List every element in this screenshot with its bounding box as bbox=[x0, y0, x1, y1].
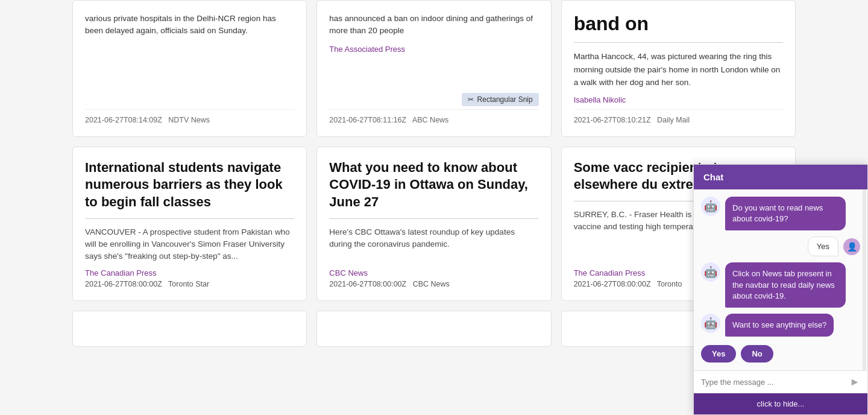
chat-header-label: Chat bbox=[703, 172, 723, 182]
middle-card-1-title: International students navigate numerous… bbox=[85, 159, 294, 219]
chat-message-bot-3: 🤖 Want to see anything else? bbox=[701, 314, 860, 337]
top-card-2-outlet: ABC News bbox=[412, 116, 448, 124]
middle-card-2-source[interactable]: CBC News bbox=[329, 268, 538, 277]
middle-card-1-excerpt: VANCOUVER - A prospective student from P… bbox=[85, 226, 294, 263]
top-card-2-excerpt: has announced a ban on indoor dining and… bbox=[329, 13, 538, 37]
top-card-3-source[interactable]: Isabella Nikolic bbox=[574, 95, 783, 104]
bot-avatar-3: 🤖 bbox=[701, 314, 720, 333]
chat-widget: Chat 🤖 Do you want to read news about co… bbox=[693, 164, 868, 347]
middle-card-1-outlet: Toronto Star bbox=[168, 280, 209, 288]
bottom-card-1 bbox=[72, 311, 307, 347]
top-card-1-outlet: NDTV News bbox=[168, 116, 210, 124]
middle-card-2-outlet: CBC News bbox=[413, 280, 450, 288]
middle-card-3-date: 2021-06-27T08:00:00Z bbox=[574, 280, 651, 288]
middle-card-1-source[interactable]: The Canadian Press bbox=[85, 268, 294, 277]
top-card-3: band on Martha Hancock, 44, was pictured… bbox=[561, 0, 796, 137]
top-card-2-source-link[interactable]: The Associated Press bbox=[329, 45, 538, 54]
top-card-2: has announced a ban on indoor dining and… bbox=[316, 0, 551, 137]
top-card-2-meta: 2021-06-27T08:11:16Z ABC News bbox=[329, 109, 538, 124]
chat-message-bot-1: 🤖 Do you want to read news about covid-1… bbox=[701, 197, 860, 230]
middle-card-2-title: What you need to know about COVID-19 in … bbox=[329, 159, 538, 219]
chat-scrollbar[interactable] bbox=[863, 189, 866, 347]
middle-card-1-meta: 2021-06-27T08:00:00Z Toronto Star bbox=[85, 280, 294, 288]
chat-action-buttons: Yes No bbox=[701, 345, 860, 347]
bot-bubble-1: Do you want to read news about covid-19? bbox=[725, 197, 846, 230]
bottom-card-2 bbox=[316, 311, 551, 347]
middle-card-1: International students navigate numerous… bbox=[72, 147, 307, 302]
bot-bubble-2: Click on News tab present in the navbar … bbox=[725, 262, 846, 308]
chat-header: Chat bbox=[694, 165, 867, 189]
top-card-2-date: 2021-06-27T08:11:16Z bbox=[329, 116, 406, 124]
top-card-3-meta: 2021-06-27T08:10:21Z Daily Mail bbox=[574, 109, 783, 124]
chat-message-bot-2: 🤖 Click on News tab present in the navba… bbox=[701, 262, 860, 308]
middle-card-3-outlet: Toronto bbox=[657, 280, 682, 288]
top-card-1-date: 2021-06-27T08:14:09Z bbox=[85, 116, 162, 124]
chat-yes-button[interactable]: Yes bbox=[701, 345, 736, 347]
top-card-3-body: Martha Hancock, 44, was pictured wearing… bbox=[574, 50, 783, 89]
top-card-3-outlet: Daily Mail bbox=[657, 116, 690, 124]
top-card-3-title-partial: band on bbox=[574, 13, 783, 43]
top-card-3-date: 2021-06-27T08:10:21Z bbox=[574, 116, 651, 124]
chat-body: 🤖 Do you want to read news about covid-1… bbox=[694, 189, 867, 347]
user-bubble-1: Yes bbox=[808, 236, 838, 256]
middle-card-2: What you need to know about COVID-19 in … bbox=[316, 147, 551, 302]
bot-bubble-3: Want to see anything else? bbox=[725, 314, 834, 337]
bot-avatar-1: 🤖 bbox=[701, 197, 720, 216]
top-card-1-excerpt: various private hospitals in the Delhi-N… bbox=[85, 13, 294, 37]
middle-card-2-date: 2021-06-27T08:00:00Z bbox=[329, 280, 406, 288]
top-card-1: various private hospitals in the Delhi-N… bbox=[72, 0, 307, 137]
top-card-1-meta: 2021-06-27T08:14:09Z NDTV News bbox=[85, 109, 294, 124]
bot-avatar-2: 🤖 bbox=[701, 262, 720, 282]
middle-card-2-excerpt: Here's CBC Ottawa's latest roundup of ke… bbox=[329, 226, 538, 263]
middle-card-2-meta: 2021-06-27T08:00:00Z CBC News bbox=[329, 280, 538, 288]
chat-message-user-1: Yes 👤 bbox=[701, 236, 860, 256]
middle-card-1-date: 2021-06-27T08:00:00Z bbox=[85, 280, 162, 288]
user-avatar-1: 👤 bbox=[843, 238, 860, 255]
chat-no-button[interactable]: No bbox=[741, 345, 773, 347]
